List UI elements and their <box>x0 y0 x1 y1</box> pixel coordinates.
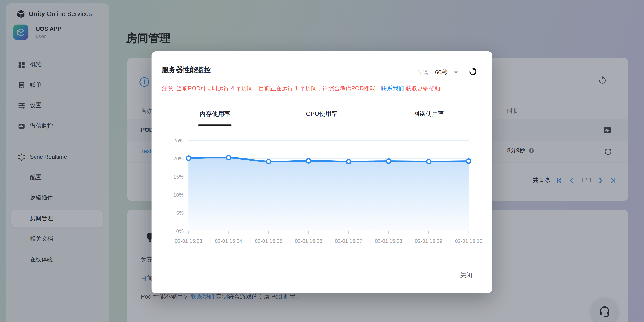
svg-text:02-01 15:04: 02-01 15:04 <box>215 238 242 244</box>
refresh-icon <box>468 67 478 76</box>
svg-text:20%: 20% <box>173 156 184 162</box>
tab-cpu-usage[interactable]: CPU使用率 <box>268 110 375 118</box>
svg-text:0%: 0% <box>176 228 184 234</box>
modal-refresh-button[interactable] <box>468 67 478 76</box>
close-button[interactable]: 关闭 <box>460 272 472 280</box>
svg-text:5%: 5% <box>176 210 184 216</box>
tab-network-usage[interactable]: 网络使用率 <box>375 110 482 118</box>
usage-line-chart: 0%5%10%15%20%25%02-01 15:0302-01 15:0402… <box>162 136 482 259</box>
svg-text:02-01 15:05: 02-01 15:05 <box>255 238 282 244</box>
svg-text:10%: 10% <box>173 192 184 198</box>
contact-us-link[interactable]: 联系我们 <box>381 85 404 92</box>
svg-text:02-01 15:09: 02-01 15:09 <box>415 238 442 244</box>
capacity-warning: 注意: 当前POD可同时运行 4 个房间，目前正在运行 1 个房间，请综合考虑P… <box>162 85 446 92</box>
modal-title: 服务器性能监控 <box>162 66 210 75</box>
performance-modal: 服务器性能监控 间隔 60秒 注意: 当前POD可同时运行 4 个房间，目前正在… <box>152 51 492 293</box>
svg-text:02-01 15:07: 02-01 15:07 <box>335 238 362 244</box>
svg-text:02-01 15:08: 02-01 15:08 <box>375 238 402 244</box>
metric-tabs: 内存使用率 CPU使用率 网络使用率 <box>162 110 482 118</box>
interval-value: 60秒 <box>435 68 448 76</box>
select-underline <box>416 79 460 79</box>
chevron-down-icon <box>454 72 458 74</box>
svg-text:02-01 15:03: 02-01 15:03 <box>175 238 202 244</box>
svg-text:15%: 15% <box>173 174 184 180</box>
svg-text:02-01 15:06: 02-01 15:06 <box>295 238 322 244</box>
interval-label: 间隔 <box>417 70 428 77</box>
app-root: Unity Online Services UOS APP user 概览 <box>0 0 644 322</box>
active-tab-underline <box>198 124 232 126</box>
tab-memory-usage[interactable]: 内存使用率 <box>162 110 268 118</box>
svg-text:25%: 25% <box>173 138 184 143</box>
svg-text:02-01 15:10: 02-01 15:10 <box>455 238 482 244</box>
